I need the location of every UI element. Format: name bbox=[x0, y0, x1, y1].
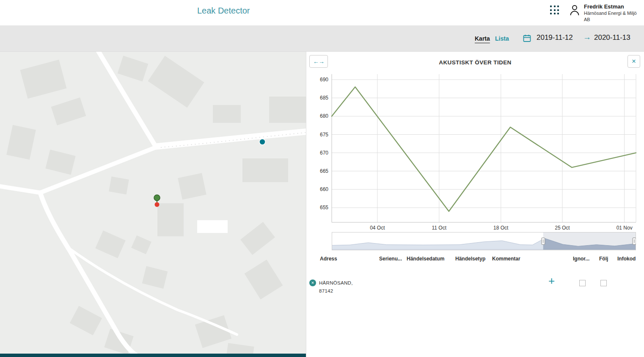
map-marker-red[interactable] bbox=[155, 202, 160, 207]
user-organization: Härnösand Energi & Miljö AB bbox=[584, 10, 641, 23]
row-address-line1: HÄRNÖSAND, bbox=[319, 280, 353, 285]
detail-panel: ←→ AKUSTISKT ÖVER TIDEN × 65566066567067… bbox=[306, 52, 644, 357]
map[interactable] bbox=[0, 52, 306, 357]
add-comment-button[interactable]: + bbox=[548, 275, 555, 286]
svg-text:675: 675 bbox=[320, 132, 328, 138]
col-header-handelsedatum: Händelsedatum bbox=[407, 256, 444, 262]
svg-text:670: 670 bbox=[320, 150, 328, 156]
col-header-serienummer: Serienu... bbox=[379, 256, 402, 262]
close-panel-button[interactable]: × bbox=[627, 55, 640, 68]
row-address-line2: 87142 bbox=[319, 288, 333, 293]
svg-text:690: 690 bbox=[320, 77, 328, 83]
svg-text:04 Oct: 04 Oct bbox=[370, 225, 385, 231]
col-header-handelsetyp: Händelsetyp bbox=[455, 256, 485, 262]
tab-lista[interactable]: Lista bbox=[495, 35, 509, 42]
map-marker-green[interactable] bbox=[154, 195, 160, 201]
app: Leak Detector Fredrik Estman Härnösand E… bbox=[0, 0, 644, 357]
status-x-circle-icon[interactable]: ✕ bbox=[309, 280, 316, 286]
col-header-adress: Adress bbox=[320, 256, 337, 262]
toolbar: Karta Lista 2019-11-12 → 2020-11-13 bbox=[0, 25, 644, 52]
date-to[interactable]: 2020-11-13 bbox=[594, 33, 630, 42]
map-label bbox=[197, 220, 228, 233]
calendar-icon[interactable] bbox=[523, 34, 531, 44]
user-info[interactable]: Fredrik Estman Härnösand Energi & Miljö … bbox=[584, 3, 641, 23]
svg-text:665: 665 bbox=[320, 168, 328, 174]
acoustic-chart: 65566066567067568068569004 Oct11 Oct18 O… bbox=[306, 71, 644, 232]
chart-range-slider[interactable] bbox=[332, 232, 636, 250]
follow-checkbox[interactable] bbox=[600, 280, 607, 286]
apps-grid-icon[interactable] bbox=[550, 6, 560, 15]
svg-text:01 Nov: 01 Nov bbox=[616, 225, 633, 231]
user-name: Fredrik Estman bbox=[584, 3, 641, 10]
page-title: Leak Detector bbox=[197, 6, 250, 16]
col-header-ignorera: Ignor... bbox=[573, 256, 589, 262]
chart-canvas: 65566066567067568068569004 Oct11 Oct18 O… bbox=[306, 71, 644, 232]
ignore-checkbox[interactable] bbox=[579, 280, 586, 286]
svg-text:18 Oct: 18 Oct bbox=[493, 225, 509, 231]
svg-text:25 Oct: 25 Oct bbox=[555, 225, 570, 231]
date-from[interactable]: 2019-11-12 bbox=[537, 33, 573, 42]
range-slider-canvas[interactable] bbox=[332, 232, 636, 250]
svg-text:685: 685 bbox=[320, 95, 328, 101]
svg-text:680: 680 bbox=[320, 113, 328, 119]
col-header-folj: Följ bbox=[599, 256, 608, 262]
map-canvas[interactable] bbox=[0, 52, 306, 357]
tab-karta[interactable]: Karta bbox=[475, 35, 490, 42]
map-attribution-bar bbox=[0, 354, 306, 357]
col-header-kommentar: Kommentar bbox=[492, 256, 520, 262]
user-icon bbox=[569, 3, 581, 17]
map-roads bbox=[0, 52, 306, 357]
col-header-infokod: Infokod bbox=[617, 256, 636, 262]
arrow-right-icon: → bbox=[583, 33, 591, 42]
app-header: Leak Detector Fredrik Estman Härnösand E… bbox=[0, 0, 644, 25]
svg-text:660: 660 bbox=[320, 186, 328, 192]
panel-title: AKUSTISKT ÖVER TIDEN bbox=[306, 59, 644, 66]
map-marker-teal[interactable] bbox=[259, 139, 265, 145]
svg-text:11 Oct: 11 Oct bbox=[432, 225, 447, 231]
svg-text:655: 655 bbox=[320, 205, 328, 210]
